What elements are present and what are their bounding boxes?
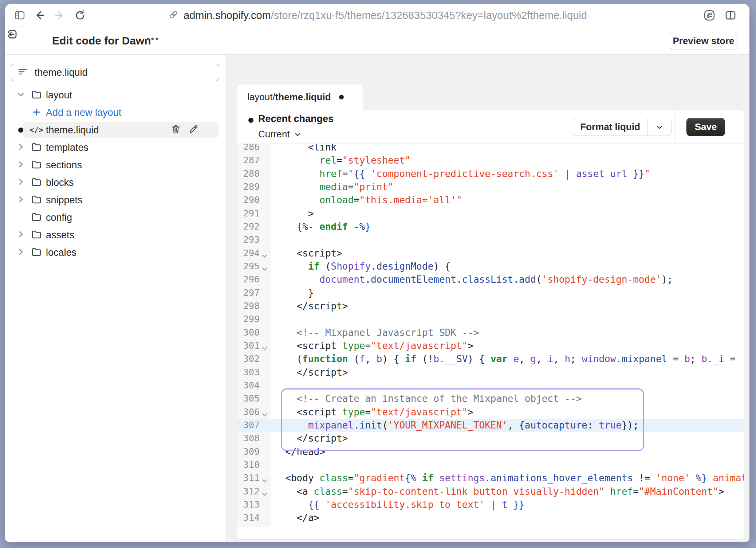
pencil-icon[interactable] xyxy=(188,124,199,136)
line-number: 311 xyxy=(237,471,271,485)
code-editor[interactable]: 286 <link287 rel="stylesheet"288 href="{… xyxy=(237,144,744,539)
more-actions-button[interactable]: ••• xyxy=(146,34,160,44)
sidebar-item-layout[interactable]: layout xyxy=(5,86,225,104)
line-number: 308 xyxy=(237,432,271,445)
line-number: 290 xyxy=(237,193,271,207)
code-text: > xyxy=(274,207,744,220)
format-options-arrow[interactable] xyxy=(647,118,671,136)
folder-icon xyxy=(31,89,42,102)
version-dropdown[interactable]: Current xyxy=(258,129,302,140)
url-text: admin.shopify.com/store/rzq1xu-f5/themes… xyxy=(184,9,587,21)
chevron-down-icon xyxy=(294,130,302,138)
line-number: 286 xyxy=(237,144,271,154)
code-line-307: 307 mixpanel.init('YOUR_MIXPANEL_TOKEN',… xyxy=(237,419,744,432)
code-line-308: 308 </script> xyxy=(237,432,744,445)
code-line-314: 314 </a> xyxy=(237,511,744,524)
sidebar-item-snippets[interactable]: snippets xyxy=(5,191,225,209)
recent-changes-label: Recent changes xyxy=(258,113,334,125)
code-line-291: 291 > xyxy=(237,207,744,220)
code-line-286: 286 <link xyxy=(237,144,744,154)
tune-icon[interactable] xyxy=(703,9,716,22)
tab-theme-liquid[interactable]: layout/theme.liquid xyxy=(237,85,363,110)
folder-icon xyxy=(31,176,42,189)
sidebar-item-locales[interactable]: locales xyxy=(5,244,225,261)
line-number: 293 xyxy=(237,233,271,246)
sidebar-item-blocks[interactable]: blocks xyxy=(5,174,225,191)
preview-store-button[interactable]: Preview store xyxy=(670,32,737,50)
version-label: Current xyxy=(258,129,290,140)
code-text: (function (f, b) { if (!b.__SV) { var e,… xyxy=(274,352,744,365)
code-line-312: 312 <a class="skip-to-content-link butto… xyxy=(237,485,744,498)
tab-label: layout/theme.liquid xyxy=(247,91,331,103)
line-number: 288 xyxy=(237,167,271,180)
url-bar[interactable]: admin.shopify.com/store/rzq1xu-f5/themes… xyxy=(5,4,749,27)
folder-icon xyxy=(31,211,42,224)
sidebar-item-config[interactable]: config xyxy=(5,209,225,226)
chevron-right-icon[interactable] xyxy=(17,230,25,240)
sidebar-item-templates[interactable]: templates xyxy=(5,139,225,156)
search-input[interactable] xyxy=(34,67,194,79)
sidebar-item-theme-liquid[interactable]: </>theme.liquid xyxy=(5,121,225,139)
code-text: </script> xyxy=(274,366,744,379)
sidebar-item-label: templates xyxy=(46,139,88,156)
unsaved-dot xyxy=(339,95,344,99)
code-line-293: 293 xyxy=(237,233,744,246)
format-liquid-button[interactable]: Format liquid xyxy=(573,118,672,136)
line-number: 303 xyxy=(237,366,271,379)
page-title: Edit code for Dawn xyxy=(52,35,151,47)
trash-icon[interactable] xyxy=(170,124,181,136)
app-header: Edit code for Dawn ••• Preview store xyxy=(5,27,749,55)
browser-toolbar: admin.shopify.com/store/rzq1xu-f5/themes… xyxy=(5,4,749,27)
sidebar-item-label: locales xyxy=(46,244,76,261)
chevron-right-icon[interactable] xyxy=(17,178,25,187)
sidebar-item-sections[interactable]: sections xyxy=(5,156,225,174)
save-button[interactable]: Save xyxy=(686,118,725,136)
line-number: 305 xyxy=(237,392,271,405)
sidebar-item-add-new-layout[interactable]: +Add a new layout xyxy=(5,104,225,121)
url-host: admin.shopify.com xyxy=(184,9,271,21)
code-line-297: 297 } xyxy=(237,286,744,300)
sidebar-item-assets[interactable]: assets xyxy=(5,226,225,244)
code-line-290: 290 onload="this.media='all'" xyxy=(237,193,744,207)
code-line-294: 294 <script> xyxy=(237,247,744,260)
code-line-301: 301 <script type="text/javascript"> xyxy=(237,339,744,352)
chevron-right-icon[interactable] xyxy=(17,160,25,170)
sidebar-item-label: assets xyxy=(46,226,74,244)
chevron-down-icon xyxy=(655,123,664,132)
url-path: /store/rzq1xu-f5/themes/132683530345?key… xyxy=(271,9,587,21)
code-text: </a> xyxy=(274,511,744,524)
chevron-right-icon[interactable] xyxy=(17,195,25,205)
code-text: <!-- Create an instance of the Mixpanel … xyxy=(274,392,744,405)
chevron-down-icon[interactable] xyxy=(17,90,25,100)
code-icon: </> xyxy=(29,126,43,134)
sidebar-item-label: Add a new layout xyxy=(46,104,121,121)
line-number: 301 xyxy=(237,339,271,352)
line-number: 310 xyxy=(237,458,271,471)
line-number: 309 xyxy=(237,445,271,458)
sidebar-item-label: config xyxy=(46,209,72,226)
chevron-right-icon[interactable] xyxy=(17,248,25,257)
line-number: 296 xyxy=(237,273,271,286)
format-liquid-label[interactable]: Format liquid xyxy=(573,118,647,136)
code-lines: 286 <link287 rel="stylesheet"288 href="{… xyxy=(237,144,744,525)
line-number: 291 xyxy=(237,207,271,220)
code-line-305: 305 <!-- Create an instance of the Mixpa… xyxy=(237,392,744,405)
code-line-310: 310 xyxy=(237,458,744,471)
sidebar-item-label: sections xyxy=(46,156,82,174)
code-line-309: 309 </head> xyxy=(237,445,744,458)
line-number: 307 xyxy=(237,419,271,432)
code-line-306: 306 <script type="text/javascript"> xyxy=(237,406,744,419)
line-number: 287 xyxy=(237,154,271,167)
split-view-icon[interactable] xyxy=(724,9,737,22)
file-search-box[interactable] xyxy=(11,64,219,81)
line-number: 292 xyxy=(237,220,271,233)
line-number: 295 xyxy=(237,260,271,273)
line-number: 289 xyxy=(237,180,271,193)
code-line-292: 292 {%- endif -%} xyxy=(237,220,744,233)
editor-header: Recent changes Current Format liquid Sav… xyxy=(237,110,744,144)
line-number: 302 xyxy=(237,352,271,365)
browser-window: admin.shopify.com/store/rzq1xu-f5/themes… xyxy=(5,4,749,542)
line-number: 304 xyxy=(237,379,271,392)
chevron-right-icon[interactable] xyxy=(17,143,25,152)
line-number: 297 xyxy=(237,286,271,300)
